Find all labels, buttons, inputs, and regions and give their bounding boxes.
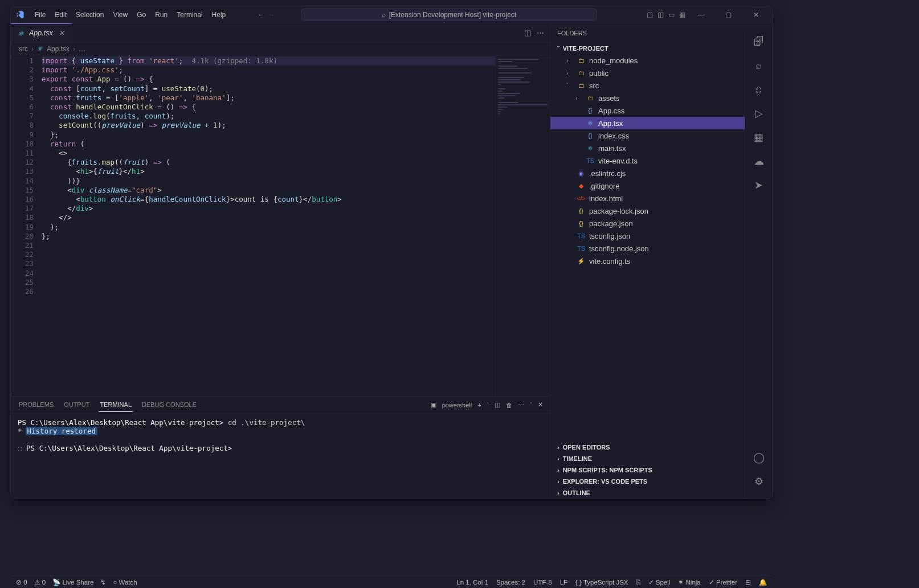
status-item[interactable]: Spaces: 2 bbox=[496, 579, 525, 586]
tree-file-index-css[interactable]: {}index.css bbox=[550, 129, 772, 142]
share-icon[interactable]: ➤ bbox=[752, 178, 766, 192]
folder-icon: 🗀 bbox=[577, 70, 586, 76]
status-item[interactable]: LF bbox=[560, 579, 567, 586]
run-debug-icon[interactable]: ▷ bbox=[752, 107, 766, 120]
section-outline[interactable]: ›OUTLINE bbox=[550, 487, 772, 499]
kill-terminal-icon[interactable]: 🗑 bbox=[506, 402, 512, 409]
section-explorer-vs-code-pets[interactable]: ›EXPLORER: VS CODE PETS bbox=[550, 476, 772, 487]
breadcrumb-item[interactable]: src bbox=[19, 45, 28, 53]
menu-view[interactable]: View bbox=[108, 9, 132, 21]
terminal-dropdown-icon[interactable]: ˇ bbox=[487, 402, 489, 409]
layout-icon[interactable]: ▢ bbox=[647, 11, 653, 19]
menu-file[interactable]: File bbox=[30, 9, 50, 21]
panel-tab-output[interactable]: OUTPUT bbox=[63, 398, 91, 412]
tab-close-icon[interactable]: ✕ bbox=[59, 29, 64, 37]
tree-file--eslintrc-cjs[interactable]: ◉.eslintrc.cjs bbox=[550, 167, 772, 179]
terminal-shell-label[interactable]: powershell bbox=[442, 402, 472, 409]
panel-more-icon[interactable]: ⋯ bbox=[518, 401, 524, 409]
menu-edit[interactable]: Edit bbox=[50, 9, 71, 21]
status-item[interactable]: ⎘ bbox=[636, 579, 640, 586]
status-item[interactable]: ⊘ 0 bbox=[16, 578, 27, 586]
tree-folder-public[interactable]: ›🗀public bbox=[550, 67, 772, 79]
command-center[interactable]: ⌕ [Extension Development Host] vite-proj… bbox=[301, 9, 597, 21]
panel-maximize-icon[interactable]: ˆ bbox=[530, 402, 532, 409]
explorer-icon[interactable]: 🗐 bbox=[752, 35, 766, 48]
status-item[interactable]: ✓ Spell bbox=[648, 578, 671, 586]
tree-folder-node-modules[interactable]: ›🗀node_modules bbox=[550, 54, 772, 67]
status-item[interactable]: Ln 1, Col 1 bbox=[456, 579, 488, 586]
tab-row: ⚛ App.tsx ✕ ◫ ⋯ bbox=[11, 23, 550, 43]
extensions-icon[interactable]: ▦ bbox=[752, 130, 766, 144]
status-item[interactable]: ○ Watch bbox=[113, 578, 137, 586]
panel-tab-terminal[interactable]: TERMINAL bbox=[99, 398, 133, 412]
tree-file-vite-config-ts[interactable]: ⚡vite.config.ts bbox=[550, 255, 772, 267]
breadcrumb-item[interactable]: … bbox=[79, 45, 85, 53]
menu-run[interactable]: Run bbox=[150, 9, 172, 21]
terminal-body[interactable]: PS C:\Users\Alex\Desktop\React App\vite-… bbox=[11, 414, 550, 499]
breadcrumb-item[interactable]: App.tsx bbox=[47, 45, 70, 53]
tree-label: vite.config.ts bbox=[589, 257, 630, 266]
nav-back-icon[interactable]: ← bbox=[258, 11, 264, 19]
maximize-button[interactable]: ▢ bbox=[717, 6, 740, 23]
split-editor-icon[interactable]: ◫ bbox=[524, 28, 531, 37]
status-item[interactable]: { } TypeScript JSX bbox=[575, 579, 628, 586]
editor[interactable]: 1234567891011121314151617181920212223242… bbox=[11, 55, 550, 396]
source-control-icon[interactable]: ⎌ bbox=[752, 83, 766, 96]
file-tree: ›🗀node_modules›🗀publicˇ🗀src›🗀assets{}App… bbox=[550, 54, 772, 442]
layout-sidebar-icon[interactable]: ▭ bbox=[668, 11, 675, 19]
tree-folder-assets[interactable]: ›🗀assets bbox=[550, 92, 772, 104]
status-item[interactable]: ⊟ bbox=[745, 578, 751, 586]
panel-close-icon[interactable]: ✕ bbox=[538, 401, 543, 409]
remote-icon[interactable]: ☁ bbox=[752, 154, 766, 168]
status-item[interactable]: 📡 Live Share bbox=[52, 578, 93, 586]
chevron-right-icon: › bbox=[557, 455, 559, 462]
tree-file-main-tsx[interactable]: ⚛main.tsx bbox=[550, 142, 772, 154]
panel-tab-problems[interactable]: PROBLEMS bbox=[18, 398, 55, 412]
breadcrumb: src › ⚛ App.tsx › … bbox=[11, 43, 550, 55]
layout-grid-icon[interactable]: ▦ bbox=[679, 11, 685, 19]
tree-file-app-css[interactable]: {}App.css bbox=[550, 104, 772, 117]
nav-forward-icon[interactable]: → bbox=[268, 11, 275, 19]
css-icon: {} bbox=[586, 132, 595, 139]
split-terminal-icon[interactable]: ◫ bbox=[495, 401, 500, 409]
status-item[interactable]: 🔔 bbox=[759, 578, 767, 586]
status-item[interactable]: ✓ Prettier bbox=[709, 578, 737, 586]
tree-file-tsconfig-json[interactable]: TStsconfig.json bbox=[550, 230, 772, 242]
close-button[interactable]: ✕ bbox=[745, 6, 767, 23]
status-item[interactable]: ✶ Ninja bbox=[678, 578, 700, 586]
status-bar: ⊘ 0⚠ 0📡 Live Share↯ ○ Watch Ln 1, Col 1S… bbox=[10, 575, 773, 588]
minimize-button[interactable]: — bbox=[690, 6, 713, 23]
tab-app-tsx[interactable]: ⚛ App.tsx ✕ bbox=[11, 23, 72, 42]
accounts-icon[interactable]: ◯ bbox=[752, 451, 766, 464]
settings-gear-icon[interactable]: ⚙ bbox=[752, 475, 766, 488]
menu-terminal[interactable]: Terminal bbox=[172, 9, 207, 21]
new-terminal-icon[interactable]: + bbox=[477, 402, 481, 409]
tree-label: tsconfig.json bbox=[589, 232, 630, 240]
project-root[interactable]: ˇ VITE-PROJECT bbox=[550, 43, 772, 54]
tree-file-index-html[interactable]: </>index.html bbox=[550, 192, 772, 205]
tree-file-package-json[interactable]: {}package.json bbox=[550, 217, 772, 230]
tree-file-app-tsx[interactable]: ⚛App.tsx bbox=[550, 117, 772, 129]
tree-label: index.css bbox=[598, 132, 629, 140]
tree-folder-src[interactable]: ˇ🗀src bbox=[550, 79, 772, 92]
panel-tab-debug-console[interactable]: DEBUG CONSOLE bbox=[141, 398, 198, 412]
status-item[interactable]: UTF-8 bbox=[533, 579, 552, 586]
tree-file-tsconfig-node-json[interactable]: TStsconfig.node.json bbox=[550, 242, 772, 255]
status-item[interactable]: ↯ bbox=[100, 578, 106, 586]
section-timeline[interactable]: ›TIMELINE bbox=[550, 453, 772, 464]
status-item[interactable]: ⚠ 0 bbox=[34, 578, 46, 586]
terminal-shell-icon[interactable]: ▣ bbox=[431, 401, 436, 409]
minimap[interactable] bbox=[495, 55, 550, 396]
tree-file-package-lock-json[interactable]: {}package-lock.json bbox=[550, 205, 772, 217]
search-icon[interactable]: ⌕ bbox=[752, 59, 766, 72]
code-area[interactable]: import { useState } from 'react'; 4.1k (… bbox=[42, 55, 495, 396]
more-actions-icon[interactable]: ⋯ bbox=[537, 28, 544, 37]
tree-file-vite-env-d-ts[interactable]: TSvite-env.d.ts bbox=[550, 154, 772, 167]
menu-go[interactable]: Go bbox=[132, 9, 150, 21]
section-open-editors[interactable]: ›OPEN EDITORS bbox=[550, 442, 772, 453]
menu-selection[interactable]: Selection bbox=[71, 9, 108, 21]
layout-panel-icon[interactable]: ◫ bbox=[657, 11, 664, 19]
tree-file--gitignore[interactable]: ◆.gitignore bbox=[550, 179, 772, 192]
section-npm-scripts-npm-scripts[interactable]: ›NPM SCRIPTS: NPM SCRIPTS bbox=[550, 464, 772, 476]
menu-help[interactable]: Help bbox=[207, 9, 231, 21]
